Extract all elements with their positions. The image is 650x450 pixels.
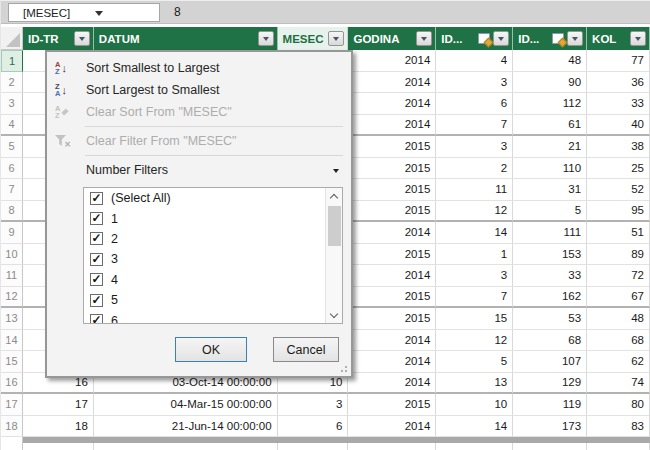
row-number[interactable]: 10 [1, 244, 23, 266]
cell[interactable]: 21-Jun-14 00:00:00 [94, 416, 278, 438]
cell[interactable]: 2 [436, 158, 513, 180]
scroll-up-button[interactable] [326, 188, 342, 204]
row-number[interactable]: 4 [1, 115, 23, 137]
cell[interactable]: 04-Mar-15 00:00:00 [94, 394, 278, 416]
row-number[interactable]: 7 [1, 179, 23, 201]
cell[interactable]: 119 [513, 394, 587, 416]
row-number[interactable]: 2 [1, 72, 23, 94]
cell[interactable]: 2014 [348, 50, 436, 72]
cell[interactable]: 72 [587, 265, 650, 287]
cell[interactable]: 40 [587, 115, 650, 137]
cell[interactable]: 111 [513, 222, 587, 244]
cell[interactable]: 1 [436, 244, 513, 266]
row-number[interactable]: 5 [1, 136, 23, 158]
column-header-datum[interactable]: DATUM [94, 27, 278, 50]
cell[interactable]: 107 [513, 351, 587, 373]
cell[interactable]: 18 [23, 416, 94, 438]
cell[interactable]: 11 [436, 179, 513, 201]
checkbox-icon[interactable]: ✓ [90, 232, 103, 245]
cell[interactable]: 90 [513, 72, 587, 94]
row-number[interactable]: 15 [1, 351, 23, 373]
row-number[interactable]: 13 [1, 308, 23, 330]
name-box-dropdown-icon[interactable] [95, 11, 103, 20]
cell[interactable]: 2014 [348, 72, 436, 94]
filter-value-item[interactable]: ✓1 [84, 208, 325, 228]
cell[interactable]: 15 [436, 308, 513, 330]
row-number[interactable]: 17 [1, 394, 23, 416]
row-number[interactable]: 6 [1, 158, 23, 180]
cell[interactable]: 14 [436, 222, 513, 244]
checkbox-icon[interactable]: ✓ [90, 212, 103, 225]
checkbox-icon[interactable]: ✓ [90, 273, 103, 286]
filter-dropdown-button[interactable] [74, 31, 90, 46]
cell[interactable]: 2014 [348, 351, 436, 373]
filter-value-item[interactable]: ✓3 [84, 249, 325, 269]
cell[interactable]: 2015 [348, 244, 436, 266]
cell[interactable]: 2014 [348, 93, 436, 115]
cell[interactable]: 5 [513, 201, 587, 223]
name-box[interactable]: [MESEC] [8, 3, 160, 22]
cell[interactable]: 36 [587, 72, 650, 94]
cell[interactable]: 3 [278, 394, 349, 416]
checkbox-icon[interactable]: ✓ [90, 294, 103, 307]
cell[interactable]: 2014 [348, 265, 436, 287]
filter-value-item[interactable]: ✓6 [84, 310, 325, 324]
cell[interactable]: 2015 [348, 287, 436, 309]
cell[interactable]: 62 [587, 351, 650, 373]
cell[interactable]: 2014 [348, 416, 436, 438]
empty-cell[interactable] [23, 443, 94, 450]
cell[interactable]: 14 [436, 416, 513, 438]
cell[interactable]: 6 [278, 416, 349, 438]
scroll-down-button[interactable] [326, 307, 342, 323]
cell[interactable]: 33 [513, 265, 587, 287]
cell[interactable]: 2015 [348, 201, 436, 223]
filter-dropdown-button[interactable] [416, 31, 432, 46]
cell[interactable]: 2015 [348, 179, 436, 201]
cell[interactable]: 95 [587, 201, 650, 223]
cell[interactable]: 33 [587, 93, 650, 115]
select-all-corner[interactable] [1, 27, 23, 50]
cell[interactable]: 6 [436, 93, 513, 115]
row-number[interactable]: 14 [1, 330, 23, 352]
cell[interactable]: 2015 [348, 394, 436, 416]
cell[interactable]: 48 [513, 50, 587, 72]
empty-cell[interactable] [94, 443, 278, 450]
cell[interactable]: 7 [436, 115, 513, 137]
cell[interactable]: 21 [513, 136, 587, 158]
column-header-id[interactable]: ID... [513, 27, 587, 50]
cell[interactable]: 31 [513, 179, 587, 201]
row-number[interactable]: 3 [1, 93, 23, 115]
row-number[interactable]: 9 [1, 222, 23, 244]
ok-button[interactable]: OK [175, 337, 247, 362]
filter-value-item[interactable]: ✓5 [84, 290, 325, 310]
checkbox-icon[interactable]: ✓ [90, 314, 103, 324]
row-number[interactable]: 8 [1, 201, 23, 223]
empty-cell[interactable] [278, 443, 349, 450]
cell[interactable]: 7 [436, 287, 513, 309]
column-header-mesec[interactable]: MESEC [278, 27, 349, 50]
formula-bar-value[interactable]: 8 [174, 5, 181, 19]
cell[interactable]: 67 [587, 287, 650, 309]
cell[interactable]: 83 [587, 416, 650, 438]
cell[interactable]: 80 [587, 394, 650, 416]
cell[interactable]: 48 [587, 308, 650, 330]
checkbox-icon[interactable]: ✓ [90, 192, 103, 205]
cell[interactable]: 4 [436, 50, 513, 72]
filter-dropdown-button[interactable] [567, 31, 583, 46]
filter-value-item[interactable]: ✓2 [84, 229, 325, 249]
cell[interactable]: 52 [587, 179, 650, 201]
menu-item-sort-largest-to-smallest[interactable]: ZA↓Sort Largest to Smallest [47, 79, 351, 101]
filter-dropdown-button[interactable] [493, 31, 509, 46]
row-number[interactable]: 11 [1, 265, 23, 287]
cancel-button[interactable]: Cancel [273, 337, 339, 362]
row-number[interactable]: 1 [1, 50, 23, 72]
cell[interactable]: 17 [23, 394, 94, 416]
row-number[interactable]: 12 [1, 287, 23, 309]
filter-value-item[interactable]: ✓(Select All) [84, 188, 325, 208]
cell[interactable]: 68 [587, 330, 650, 352]
cell[interactable]: 3 [436, 72, 513, 94]
cell[interactable]: 2015 [348, 158, 436, 180]
cell[interactable]: 38 [587, 136, 650, 158]
cell[interactable]: 110 [513, 158, 587, 180]
filter-dropdown-button[interactable] [258, 31, 274, 46]
